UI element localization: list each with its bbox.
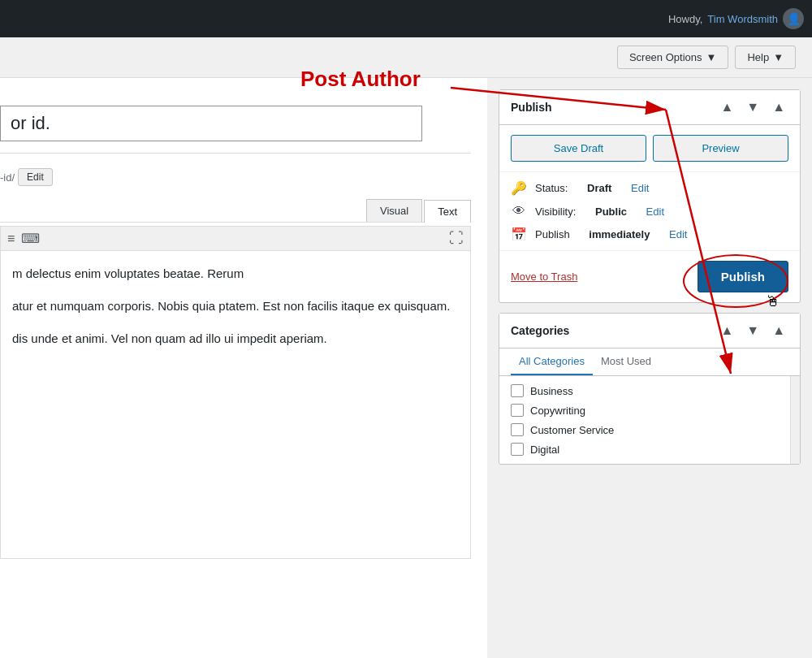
categories-tabs: All Categories Most Used xyxy=(499,348,800,376)
sub-header: Screen Options ▼ Help ▼ xyxy=(0,37,812,78)
visibility-edit-link[interactable]: Edit xyxy=(646,206,664,218)
category-label-customer-service: Customer Service xyxy=(530,424,614,436)
title-bar xyxy=(0,94,471,154)
help-arrow: ▼ xyxy=(773,51,784,63)
categories-list: Business Copywriting Customer Service Di… xyxy=(499,376,800,464)
category-item-business: Business xyxy=(511,384,788,397)
post-title-input[interactable] xyxy=(0,106,422,141)
category-checkbox-digital[interactable] xyxy=(511,443,524,456)
editor-para-3: dis unde et animi. Vel non quam ad illo … xyxy=(12,329,459,348)
status-row: 🔑 Status: Draft Edit xyxy=(511,180,788,196)
publish-time-label: Publish xyxy=(535,228,570,240)
editor-toolbar: ≡ ⌨ ⛶ xyxy=(0,226,471,250)
editor-para-1: m delectus enim voluptates beatae. Rerum xyxy=(12,264,459,284)
publish-button-wrapper: Publish 🖱 xyxy=(698,261,788,292)
categories-metabox-title: Categories xyxy=(511,324,569,337)
status-edit-link[interactable]: Edit xyxy=(631,182,649,194)
howdy-text: Howdy, xyxy=(668,13,702,25)
move-to-trash-button[interactable]: Move to Trash xyxy=(511,271,577,283)
editor-content[interactable]: m delectus enim voluptates beatae. Rerum… xyxy=(0,250,471,559)
tab-visual[interactable]: Visual xyxy=(366,199,422,222)
categories-metabox: Categories ▲ ▼ ▲ All Categories Most Use… xyxy=(499,313,801,465)
help-label: Help xyxy=(747,51,769,63)
categories-ctrl-up[interactable]: ▲ xyxy=(717,322,736,340)
sidebar: Publish ▲ ▼ ▲ Save Draft Preview 🔑 Statu… xyxy=(487,78,812,658)
keyboard-icon[interactable]: ⌨ xyxy=(21,231,40,246)
tab-text[interactable]: Text xyxy=(424,200,471,223)
status-icon: 🔑 xyxy=(511,180,527,196)
expand-icon[interactable]: ⛶ xyxy=(449,230,464,247)
publish-actions-top: Save Draft Preview xyxy=(499,125,800,172)
publish-metabox-header: Publish ▲ ▼ ▲ xyxy=(499,90,800,125)
publish-metabox: Publish ▲ ▼ ▲ Save Draft Preview 🔑 Statu… xyxy=(499,89,801,303)
category-item-customer-service: Customer Service xyxy=(511,423,788,436)
tab-all-categories[interactable]: All Categories xyxy=(511,348,593,375)
categories-metabox-header: Categories ▲ ▼ ▲ xyxy=(499,314,800,348)
editor-tabs: Visual Text xyxy=(0,193,471,223)
category-item-digital: Digital xyxy=(511,443,788,456)
publish-time-row: 📅 Publish immediately Edit xyxy=(511,227,788,242)
status-label: Status: xyxy=(535,182,568,194)
editor-panel: -id/ Edit Visual Text ≡ ⌨ ⛶ m delectus e… xyxy=(0,78,487,658)
publish-actions-bottom: Move to Trash Publish 🖱 xyxy=(499,250,800,302)
cursor-icon: 🖱 xyxy=(766,293,780,310)
publish-collapse-icon[interactable]: ▲ xyxy=(769,98,788,116)
visibility-label: Visibility: xyxy=(535,206,576,218)
permalink-prefix: -id/ xyxy=(0,171,15,184)
category-checkbox-copywriting[interactable] xyxy=(511,404,524,417)
categories-ctrl-collapse[interactable]: ▲ xyxy=(769,322,788,340)
status-value: Draft xyxy=(587,182,611,194)
publish-meta: 🔑 Status: Draft Edit 👁 Visibility: Publi… xyxy=(499,172,800,250)
publish-metabox-controls: ▲ ▼ ▲ xyxy=(717,98,788,116)
visibility-icon: 👁 xyxy=(511,204,527,219)
category-label-copywriting: Copywriting xyxy=(530,405,585,417)
publish-metabox-title: Publish xyxy=(511,101,552,114)
publish-collapse-down-icon[interactable]: ▼ xyxy=(743,98,762,116)
main-content: -id/ Edit Visual Text ≡ ⌨ ⛶ m delectus e… xyxy=(0,78,812,658)
publish-time-edit-link[interactable]: Edit xyxy=(669,228,687,240)
avatar[interactable]: 👤 xyxy=(783,8,804,29)
screen-options-button[interactable]: Screen Options ▼ xyxy=(617,45,728,69)
visibility-value: Public xyxy=(595,206,627,218)
categories-ctrl-down[interactable]: ▼ xyxy=(743,322,762,340)
admin-bar: Howdy, Tim Wordsmith 👤 xyxy=(0,0,812,37)
admin-bar-user: Howdy, Tim Wordsmith 👤 xyxy=(668,8,804,29)
list-icon[interactable]: ≡ xyxy=(7,232,15,246)
help-button[interactable]: Help ▼ xyxy=(735,45,796,69)
screen-options-label: Screen Options xyxy=(629,51,702,63)
permalink-edit-button[interactable]: Edit xyxy=(18,168,53,186)
category-checkbox-customer-service[interactable] xyxy=(511,423,524,436)
publish-collapse-up-icon[interactable]: ▲ xyxy=(717,98,736,116)
editor-para-2: atur et numquam corporis. Nobis quia pta… xyxy=(12,297,459,316)
categories-scrollbar[interactable] xyxy=(790,376,800,464)
publish-time-value: immediately xyxy=(589,228,650,240)
screen-options-arrow: ▼ xyxy=(706,51,717,63)
category-label-digital: Digital xyxy=(530,444,559,456)
permalink-bar: -id/ Edit xyxy=(0,162,471,193)
visibility-row: 👁 Visibility: Public Edit xyxy=(511,204,788,219)
username-text: Tim Wordsmith xyxy=(707,13,778,25)
category-checkbox-business[interactable] xyxy=(511,384,524,397)
preview-button[interactable]: Preview xyxy=(653,135,788,162)
calendar-icon: 📅 xyxy=(511,227,527,242)
categories-metabox-controls: ▲ ▼ ▲ xyxy=(717,322,788,340)
tab-most-used[interactable]: Most Used xyxy=(593,348,659,375)
category-item-copywriting: Copywriting xyxy=(511,404,788,417)
publish-button[interactable]: Publish xyxy=(698,261,788,292)
category-label-business: Business xyxy=(530,385,573,397)
save-draft-button[interactable]: Save Draft xyxy=(511,135,646,162)
